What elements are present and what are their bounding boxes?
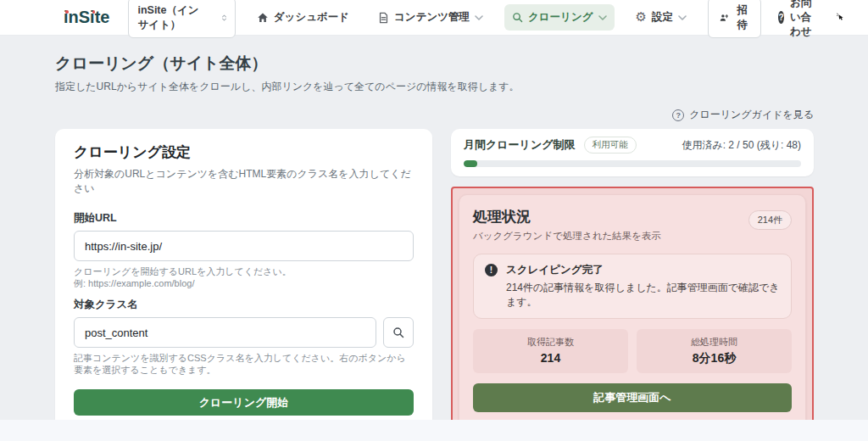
stat-label: 総処理時間 <box>642 336 787 349</box>
app-logo-text: inSite <box>64 8 109 26</box>
select-updown-icon <box>222 13 226 23</box>
workspace-select[interactable]: inSite（インサイト） <box>128 0 235 38</box>
nav-item-label: ダッシュボード <box>274 10 349 25</box>
chevron-down-icon <box>598 15 607 20</box>
content-columns: クローリング設定 分析対象のURLとコンテンツを含むHTML要素のクラス名を入力… <box>55 129 814 437</box>
search-icon <box>392 327 404 338</box>
start-crawling-button[interactable]: クローリング開始 <box>74 389 414 416</box>
page-subtitle: 指定したURLからサイト全体をクロールし、内部リンクを辿って全てのページの情報を… <box>55 80 814 94</box>
stat-label: 取得記事数 <box>478 336 623 349</box>
app-logo[interactable]: inSite <box>64 8 109 27</box>
crawling-guide-link-label: クローリングガイドを見る <box>689 108 814 122</box>
alert-message: 214件の記事情報を取得しました。記事管理画面で確認できます。 <box>506 281 780 310</box>
add-user-icon <box>720 12 728 24</box>
element-highlight-overlay: 処理状況 バックグラウンドで処理された結果を表示 214件 ! スクレイピング完… <box>451 187 814 437</box>
nav-item-label: 設定 <box>652 10 673 25</box>
monthly-limit-title: 月間クローリング制限 <box>464 137 576 153</box>
mouse-cursor-icon <box>837 8 844 27</box>
start-url-help: クローリングを開始するURLを入力してください。 例: https://exam… <box>74 265 414 289</box>
right-column: 月間クローリング制限 利用可能 使用済み: 2 / 50 (残り: 48) 処理… <box>451 129 814 437</box>
stat-value: 214 <box>478 351 623 365</box>
logo-dot-accent <box>65 10 69 14</box>
info-icon: ! <box>485 264 498 276</box>
processing-status-titles: 処理状況 バックグラウンドで処理された結果を表示 <box>473 207 661 243</box>
stat-value: 8分16秒 <box>642 351 787 366</box>
logo-dot-accent <box>92 10 96 14</box>
alert-texts: スクレイピング完了 214件の記事情報を取得しました。記事管理画面で確認できます… <box>506 263 780 310</box>
gear-icon: ⚙ <box>636 11 647 24</box>
invite-button-label: 招待 <box>735 3 749 32</box>
main-content: クローリング（サイト全体） 指定したURLからサイト全体をクロールし、内部リンク… <box>0 36 868 437</box>
workspace-select-value: inSite（インサイト） <box>137 3 203 32</box>
nav-item-label: クローリング <box>528 10 593 25</box>
document-icon <box>378 12 389 24</box>
crawl-settings-description: 分析対象のURLとコンテンツを含むHTML要素のクラス名を入力してください <box>74 167 414 196</box>
nav-item-dashboard[interactable]: ダッシュボード <box>249 4 357 31</box>
usage-progress-fill <box>464 160 477 167</box>
usage-progress-track <box>464 160 801 167</box>
target-class-input[interactable] <box>74 317 376 348</box>
processing-status-card: 処理状況 バックグラウンドで処理された結果を表示 214件 ! スクレイピング完… <box>459 194 806 429</box>
chevron-down-icon <box>678 15 687 20</box>
contact-link-label: お問い合わせ <box>790 0 818 39</box>
search-icon <box>512 12 523 23</box>
crawl-settings-card: クローリング設定 分析対象のURLとコンテンツを含むHTML要素のクラス名を入力… <box>55 129 432 437</box>
home-icon <box>257 12 269 24</box>
target-class-label: 対象クラス名 <box>74 298 414 312</box>
crawling-guide-link[interactable]: ? クローリングガイドを見る <box>55 108 814 122</box>
availability-badge: 利用可能 <box>584 137 637 154</box>
result-count-badge: 214件 <box>748 210 792 230</box>
stat-total-time: 総処理時間 8分16秒 <box>637 329 792 373</box>
invite-button[interactable]: 招待 <box>708 0 762 38</box>
target-class-row <box>74 317 414 348</box>
processing-status-title: 処理状況 <box>473 207 661 226</box>
top-navigation: inSite inSite（インサイト） ダッシュボード コンテンツ管理 <box>0 0 868 36</box>
help-circle-icon: ? <box>672 109 684 121</box>
target-class-help: 記事コンテンツを識別するCSSクラス名を入力してください。右のボタンから要素を選… <box>74 352 414 376</box>
go-to-article-management-button[interactable]: 記事管理画面へ <box>473 383 792 412</box>
nav-item-content-management[interactable]: コンテンツ管理 <box>370 4 491 31</box>
usage-text: 使用済み: 2 / 50 (残り: 48) <box>682 138 801 153</box>
processing-status-subtitle: バックグラウンドで処理された結果を表示 <box>473 230 661 243</box>
start-url-help-line1: クローリングを開始するURLを入力してください。 <box>74 265 414 277</box>
monthly-limit-card: 月間クローリング制限 利用可能 使用済み: 2 / 50 (残り: 48) <box>451 129 814 176</box>
page-title: クローリング（サイト全体） <box>55 53 814 75</box>
start-url-label: 開始URL <box>74 211 414 226</box>
nav-item-label: コンテンツ管理 <box>394 10 470 25</box>
scraping-complete-alert: ! スクレイピング完了 214件の記事情報を取得しました。記事管理画面で確認でき… <box>473 254 792 319</box>
stats-row: 取得記事数 214 総処理時間 8分16秒 <box>473 329 792 373</box>
monthly-limit-row: 月間クローリング制限 利用可能 使用済み: 2 / 50 (残り: 48) <box>464 137 801 154</box>
question-icon: ? <box>778 11 783 24</box>
stat-articles: 取得記事数 214 <box>473 329 628 373</box>
start-url-help-line2: 例: https://example.com/blog/ <box>74 277 414 289</box>
start-url-input[interactable] <box>74 231 414 261</box>
nav-right-group: 招待 ? お問い合わせ <box>708 0 844 39</box>
footer-strip <box>0 420 868 441</box>
crawl-settings-title: クローリング設定 <box>74 142 414 162</box>
nav-item-crawling[interactable]: クローリング <box>504 4 614 31</box>
alert-title: スクレイピング完了 <box>506 263 780 277</box>
processing-status-header: 処理状況 バックグラウンドで処理された結果を表示 214件 <box>473 207 792 243</box>
contact-link[interactable]: ? お問い合わせ <box>778 0 817 39</box>
element-picker-button[interactable] <box>383 317 414 348</box>
nav-item-settings[interactable]: ⚙ 設定 <box>628 4 694 31</box>
chevron-down-icon <box>475 15 483 20</box>
